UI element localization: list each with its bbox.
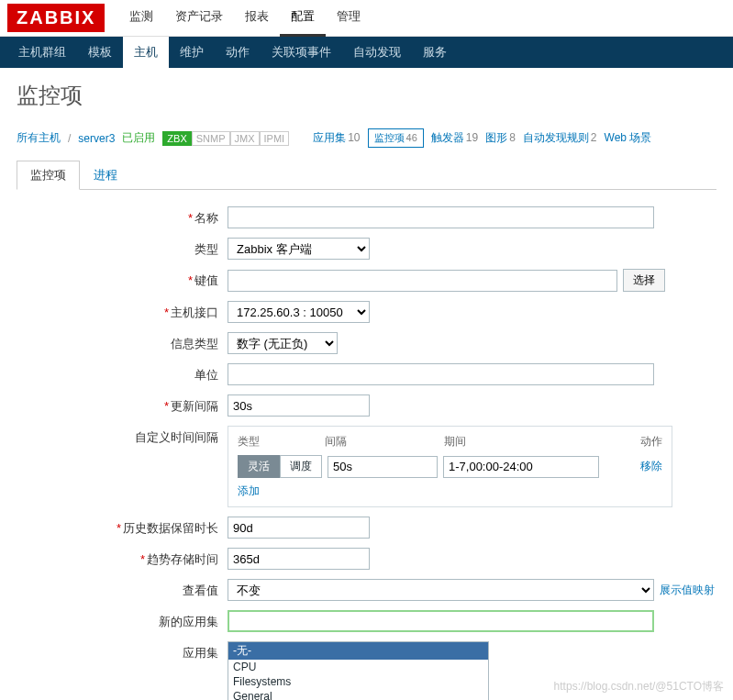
badge-snmp: SNMP <box>192 131 230 146</box>
tab-process[interactable]: 进程 <box>80 161 131 190</box>
label-type: 类型 <box>194 242 218 256</box>
label-interface: 主机接口 <box>171 306 218 319</box>
count-items: 46 <box>406 132 417 143</box>
breadcrumb-host[interactable]: server3 <box>78 132 115 145</box>
item-form: *名称 类型 Zabbix 客户端 *键值 选择 *主机接口 172.25.60… <box>0 190 733 700</box>
label-info-type: 信息类型 <box>171 337 218 350</box>
select-info-type[interactable]: 数字 (无正负) <box>228 332 338 354</box>
link-graphs[interactable]: 图形 <box>485 131 507 144</box>
badge-zbx: ZBX <box>162 131 191 146</box>
subnav-services[interactable]: 服务 <box>412 37 458 68</box>
link-triggers[interactable]: 触发器 <box>431 131 464 144</box>
count-triggers: 19 <box>466 131 478 144</box>
tabs: 监控项 进程 <box>17 161 716 190</box>
input-name[interactable] <box>228 206 654 228</box>
label-apps: 应用集 <box>183 646 218 660</box>
label-show-value: 查看值 <box>183 583 218 597</box>
link-web-scenarios[interactable]: Web 场景 <box>605 131 652 144</box>
subnav-maintenance[interactable]: 维护 <box>169 37 215 68</box>
app-option-general[interactable]: General <box>228 689 488 700</box>
subnav-actions[interactable]: 动作 <box>215 37 261 68</box>
input-history[interactable] <box>228 517 370 539</box>
input-key[interactable] <box>228 270 617 292</box>
ih-period: 期间 <box>444 434 605 450</box>
link-applications[interactable]: 应用集 <box>313 131 346 144</box>
apps-listbox[interactable]: -无- CPU Filesystems General Memory <box>228 641 489 700</box>
label-custom-interval: 自定义时间间隔 <box>135 430 218 444</box>
label-unit: 单位 <box>194 368 218 382</box>
add-interval-link[interactable]: 添加 <box>238 484 260 497</box>
link-items[interactable]: 监控项 <box>374 132 405 143</box>
seg-scheduling[interactable]: 调度 <box>280 455 322 478</box>
topnav-administration[interactable]: 管理 <box>326 0 372 37</box>
ih-interval: 间隔 <box>325 434 444 450</box>
interval-type-segment: 灵活 调度 <box>238 455 322 478</box>
subnav-hostgroups[interactable]: 主机群组 <box>7 37 77 68</box>
count-graphs: 8 <box>509 131 516 144</box>
input-interval[interactable] <box>328 456 438 478</box>
label-update-interval: 更新间隔 <box>171 399 218 413</box>
ih-type: 类型 <box>238 434 325 450</box>
input-update-interval[interactable] <box>228 394 370 417</box>
input-period[interactable] <box>443 456 599 478</box>
status-enabled: 已启用 <box>122 130 155 146</box>
value-mapping-link[interactable]: 展示值映射 <box>660 583 715 598</box>
badge-jmx: JMX <box>230 131 260 146</box>
app-option-filesystems[interactable]: Filesystems <box>228 674 488 689</box>
remove-interval-link[interactable]: 移除 <box>640 459 662 474</box>
top-nav: ZABBIX 监测 资产记录 报表 配置 管理 <box>0 0 733 37</box>
input-trend[interactable] <box>228 548 370 570</box>
app-option-none[interactable]: -无- <box>228 642 488 660</box>
select-type[interactable]: Zabbix 客户端 <box>228 238 370 260</box>
count-applications: 10 <box>348 131 360 144</box>
seg-flexible[interactable]: 灵活 <box>238 455 280 478</box>
sub-nav: 主机群组 模板 主机 维护 动作 关联项事件 自动发现 服务 <box>0 37 733 68</box>
tab-item[interactable]: 监控项 <box>17 161 80 190</box>
breadcrumb-all-hosts[interactable]: 所有主机 <box>17 130 61 146</box>
select-show-value[interactable]: 不变 <box>228 579 654 601</box>
custom-interval-box: 类型 间隔 期间 动作 灵活 调度 移除 添加 <box>228 426 672 507</box>
topnav-monitoring[interactable]: 监测 <box>118 0 164 37</box>
select-interface[interactable]: 172.25.60.3 : 10050 <box>228 301 370 323</box>
badge-ipmi: IPMI <box>260 131 290 146</box>
topnav-configuration[interactable]: 配置 <box>280 0 326 37</box>
breadcrumb-sep: / <box>68 132 71 145</box>
app-option-cpu[interactable]: CPU <box>228 660 488 674</box>
ih-action: 动作 <box>605 434 662 450</box>
input-new-app[interactable] <box>228 610 654 632</box>
label-key: 键值 <box>194 273 218 287</box>
page-title: 监控项 <box>0 68 733 123</box>
label-trend: 趋势存储时间 <box>147 552 218 566</box>
subnav-discovery[interactable]: 自动发现 <box>342 37 412 68</box>
count-discovery: 2 <box>591 131 597 144</box>
topnav-inventory[interactable]: 资产记录 <box>164 0 234 37</box>
breadcrumb-bar: 所有主机 / server3 已启用 ZBX SNMP JMX IPMI 应用集… <box>0 123 733 153</box>
label-history: 历史数据保留时长 <box>123 521 218 535</box>
label-name: 名称 <box>194 211 218 225</box>
subnav-templates[interactable]: 模板 <box>77 37 123 68</box>
input-unit[interactable] <box>228 363 654 385</box>
subnav-hosts[interactable]: 主机 <box>123 37 169 68</box>
subnav-correlation[interactable]: 关联项事件 <box>261 37 342 68</box>
topnav-reports[interactable]: 报表 <box>234 0 280 37</box>
link-discovery-rules[interactable]: 自动发现规则 <box>523 131 589 144</box>
select-key-button[interactable]: 选择 <box>623 269 665 292</box>
logo: ZABBIX <box>7 4 105 32</box>
label-new-app: 新的应用集 <box>159 615 218 628</box>
topnav-menu: 监测 资产记录 报表 配置 管理 <box>118 0 372 37</box>
